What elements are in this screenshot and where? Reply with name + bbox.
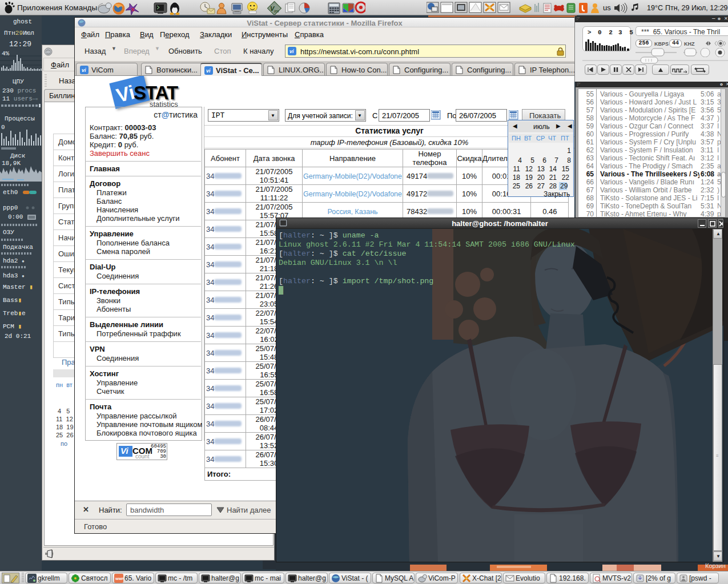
svg-text:vi: vi (206, 68, 211, 74)
svg-text:x: x (131, 6, 135, 13)
svg-text:WMP: WMP (115, 577, 123, 581)
svg-text:us: us (603, 3, 611, 12)
svg-text:Корзин: Корзин (705, 562, 726, 569)
svg-text:vi: vi (82, 67, 86, 73)
svg-text:vi: vi (289, 49, 294, 54)
svg-text:im: im (274, 9, 279, 14)
